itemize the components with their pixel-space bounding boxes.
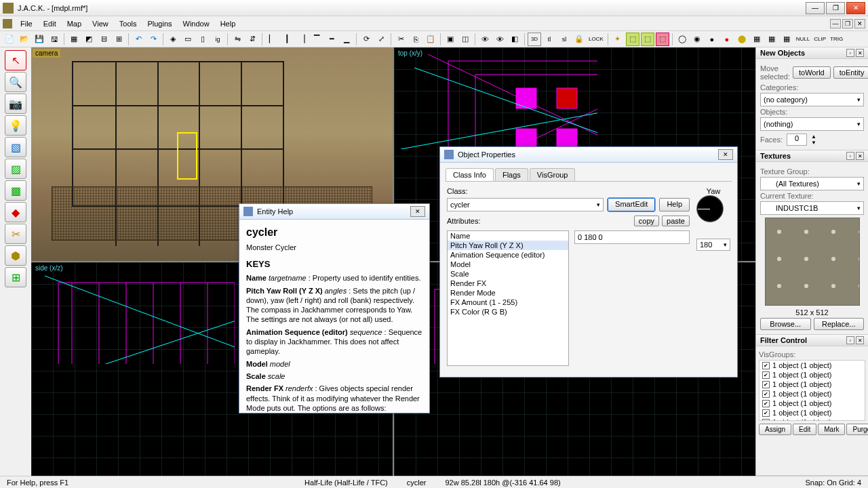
smartedit-button[interactable]: SmartEdit [608, 198, 655, 211]
point-red-icon[interactable]: ● [720, 33, 734, 46]
yaw-dial[interactable] [696, 195, 724, 222]
ungroup-icon[interactable]: ▯ [196, 33, 210, 46]
open-icon[interactable]: 📂 [18, 33, 31, 46]
grid-smaller-icon[interactable]: ⊟ [97, 33, 111, 46]
decal-tool[interactable]: ◆ [5, 202, 26, 222]
attribute-value-input[interactable] [574, 230, 690, 244]
purge-button[interactable]: Purge [846, 424, 868, 435]
visgroup-item[interactable]: ✔1 object (1 object) [760, 361, 865, 370]
entity-tool[interactable]: 💡 [5, 115, 26, 136]
menu-window[interactable]: Window [178, 18, 215, 29]
tex-tool[interactable]: ▨ [5, 159, 26, 179]
panel-undock-icon[interactable]: ▫ [846, 336, 854, 344]
close-button[interactable]: ✕ [846, 2, 865, 14]
visgroup-item[interactable]: ✔1 object (1 object) [760, 408, 865, 418]
to-entity-button[interactable]: toEntity [833, 66, 868, 79]
tex-rep-icon[interactable]: ⬚ [641, 33, 654, 46]
tab-class-info[interactable]: Class Info [446, 168, 494, 181]
align-vcenter-icon[interactable]: ━ [325, 33, 338, 46]
tex-mode-icon[interactable]: ✦ [611, 33, 625, 46]
select-tool[interactable]: ↖ [5, 50, 26, 70]
toggle-3d-icon[interactable]: 3D [528, 33, 541, 46]
help-button[interactable]: Help [659, 198, 690, 211]
attribute-item[interactable]: Scale [448, 269, 568, 279]
doc-close[interactable]: ✕ [854, 19, 865, 28]
align-bottom-icon[interactable]: ▁ [340, 33, 353, 46]
sl-toggle[interactable]: sl [557, 33, 571, 46]
entity-help-body[interactable]: cycler Monster Cycler KEYS Name targetna… [239, 220, 429, 413]
carve-icon[interactable]: ◈ [166, 33, 180, 46]
hide-icon[interactable]: 👁 [478, 33, 492, 46]
mode-icon[interactable]: ◫ [458, 33, 472, 46]
panel-undock-icon[interactable]: ▫ [846, 49, 854, 57]
path-tool[interactable]: ⊞ [5, 267, 26, 287]
menu-edit[interactable]: Edit [38, 18, 62, 29]
maximize-button[interactable]: ❐ [826, 2, 845, 14]
grid3d-icon[interactable]: ◩ [82, 33, 96, 46]
faces-spinner[interactable]: 0 [787, 134, 807, 146]
grid-larger-icon[interactable]: ⊞ [112, 33, 125, 46]
sphere-a-icon[interactable]: ◯ [675, 33, 689, 46]
current-texture-select[interactable]: INDUSTC1B [760, 201, 864, 215]
menu-map[interactable]: Map [62, 18, 87, 29]
edit-button[interactable]: Edit [793, 424, 816, 435]
menu-file[interactable]: File [15, 18, 38, 29]
attribute-item[interactable]: Animation Sequence (editor) [448, 250, 568, 260]
align-hcenter-icon[interactable]: ┃ [280, 33, 294, 46]
scale-icon[interactable]: ⤢ [374, 33, 388, 46]
attribute-item[interactable]: Render Mode [448, 288, 568, 298]
menu-help[interactable]: Help [215, 18, 241, 29]
attribute-item[interactable]: FX Color (R G B) [448, 307, 568, 317]
apply-tool[interactable]: ▩ [5, 180, 26, 201]
copy-button[interactable]: copy [634, 216, 659, 226]
sphere-c-icon[interactable]: ● [705, 33, 719, 46]
visgroups-list[interactable]: ✔1 object (1 object)✔1 object (1 object)… [759, 360, 865, 421]
ig-toggle[interactable]: ig [211, 33, 224, 46]
undo-icon[interactable]: ↶ [132, 33, 145, 46]
browse-button[interactable]: Browse... [760, 318, 811, 330]
lock-icon[interactable]: 🔒 [572, 33, 586, 46]
rotate-icon[interactable]: ⟳ [359, 33, 373, 46]
flip-v-icon[interactable]: ⇵ [245, 33, 259, 46]
panel-close-icon[interactable]: ✕ [856, 152, 864, 160]
vertex-tool[interactable]: ⬢ [5, 245, 26, 266]
ent-a-icon[interactable]: ▦ [750, 33, 764, 46]
clip-tool[interactable]: ✂ [5, 224, 26, 244]
align-right-icon[interactable]: ▕ [295, 33, 309, 46]
tex-app-icon[interactable]: ⬚ [626, 33, 639, 46]
zoom-tool[interactable]: 🔍 [5, 72, 26, 92]
attribute-item[interactable]: Pitch Yaw Roll (Y Z X) [448, 241, 568, 250]
menu-view[interactable]: View [87, 18, 114, 29]
entity-help-close[interactable]: ✕ [410, 206, 425, 217]
group-icon[interactable]: ▭ [181, 33, 195, 46]
menu-tools[interactable]: Tools [114, 18, 142, 29]
cordon-icon[interactable]: ▣ [443, 33, 457, 46]
unhide-icon[interactable]: 👁 [493, 33, 507, 46]
texture-group-select[interactable]: (All Textures) [760, 177, 864, 190]
visgroup-item[interactable]: ✔1 object (1 object) [760, 389, 865, 399]
class-select[interactable]: cycler [447, 198, 604, 211]
ent-c-icon[interactable]: ▦ [780, 33, 793, 46]
attribute-item[interactable]: Name [448, 231, 568, 241]
quickhide-icon[interactable]: ◧ [508, 33, 521, 46]
tl-toggle[interactable]: tl [542, 33, 556, 46]
export-icon[interactable]: 🖫 [47, 33, 61, 46]
yaw-value-select[interactable]: 180 [696, 239, 730, 251]
object-properties-close[interactable]: ✕ [718, 149, 733, 160]
tab-flags[interactable]: Flags [495, 168, 528, 181]
attribute-item[interactable]: Model [448, 260, 568, 269]
categories-select[interactable]: (no category) [760, 93, 864, 106]
save-icon[interactable]: 💾 [33, 33, 46, 46]
new-icon[interactable]: 📄 [3, 33, 16, 46]
flip-h-icon[interactable]: ⇋ [231, 33, 244, 46]
panel-close-icon[interactable]: ✕ [856, 336, 864, 344]
objects-select[interactable]: (nothing) [760, 117, 864, 131]
visgroup-item[interactable]: ✔1 object (1 object) [760, 399, 865, 408]
to-world-button[interactable]: toWorld [793, 66, 831, 79]
paste-icon[interactable]: 📋 [424, 33, 437, 46]
attributes-list[interactable]: NamePitch Yaw Roll (Y Z X)Animation Sequ… [447, 230, 569, 366]
camera-tool[interactable]: 📷 [5, 94, 26, 114]
cut-icon[interactable]: ✂ [394, 33, 408, 46]
redo-icon[interactable]: ↷ [146, 33, 160, 46]
visgroup-item[interactable]: ✔1 object (1 object) [760, 370, 865, 380]
